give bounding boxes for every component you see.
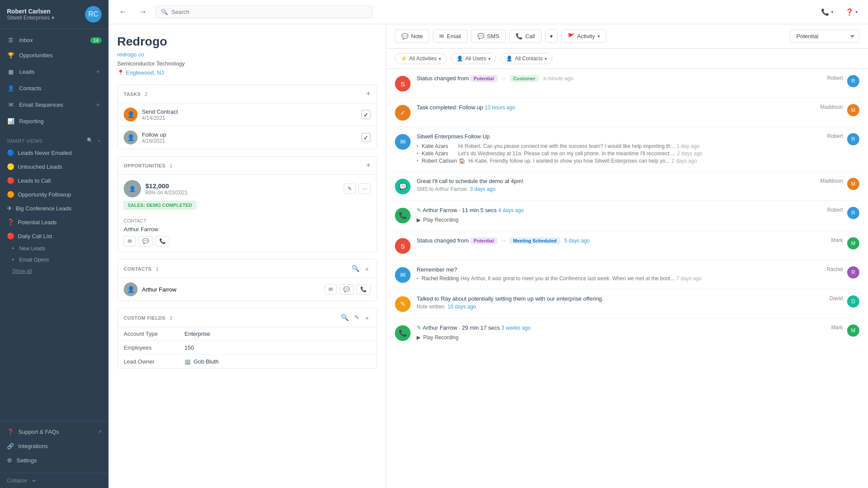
smart-view-potential-leads[interactable]: ❓ Potential Leads [0,215,108,229]
contact-email-btn[interactable]: ✉ [325,284,337,295]
call-button[interactable]: 📞 Call [509,29,541,43]
help-button[interactable]: ❓ ▾ [842,7,861,18]
sub-item-email-opens[interactable]: Email Opens [0,254,108,265]
filter-icon: ⚡ [401,56,407,62]
footer-item-settings[interactable]: ⚙ Settings [0,453,108,468]
lead-owner-avatar-icon: 🏢 [184,359,191,365]
act-avatar-rachel: R [847,266,859,278]
right-panel: 💬 Note ✉ Email 💬 SMS 📞 Call ▾ 🚩 [386,24,868,488]
smart-view-untouched-leads[interactable]: 🟡 Untouched Leads [0,160,108,174]
sms-meta: SMS to Arthur Farrow 3 days ago [417,186,814,192]
play-recording-1[interactable]: ▶ Play Recording [417,215,821,225]
smart-views-search-icon[interactable]: 🔍 [87,138,93,144]
activity-item-call-1: 📞 ✎ Arthur Farrow · 11 min 5 secs 4 days… [395,201,859,231]
integrations-icon: 🔗 [7,443,14,449]
tasks-section: TASKS 2 + 👤 Send Contract 4/14/2021 ✓ 👤 [117,85,377,149]
company-url[interactable]: redrogo.co [117,51,377,58]
email-sequences-add-icon[interactable]: ＋ [95,100,102,109]
custom-fields-title: CUSTOM FIELDS [124,315,165,321]
play-recording-2[interactable]: ▶ Play Recording [417,333,825,342]
activity-button[interactable]: 🚩 Activity ▾ [561,29,606,43]
custom-fields-search-button[interactable]: 🔍 [339,313,351,322]
contact-fullname: Arthur Farrow [142,286,320,293]
contacts-search-button[interactable]: 🔍 [350,264,362,273]
leads-add-icon[interactable]: ＋ [95,67,102,76]
activity-item-note: ✎ Talked to Ray about potentially settin… [395,289,859,318]
task-check-0[interactable]: ✓ [361,110,371,119]
task-check-1[interactable]: ✓ [361,133,371,142]
all-contacts-filter[interactable]: 👤 All Contacts ▾ [500,53,552,64]
contact-phone-btn[interactable]: 📞 [356,284,371,295]
bullet-icon: • [417,143,418,148]
smart-views-add-icon[interactable]: ＋ [97,138,102,144]
sidebar-item-inbox[interactable]: ☰ Inbox 14 [0,33,108,48]
footer-item-integrations[interactable]: 🔗 Integrations [0,439,108,453]
all-users-filter[interactable]: 👤 All Users ▾ [451,53,496,64]
collapse-button[interactable]: Collapse ⇤ [0,473,108,488]
tasks-title: TASKS [124,92,141,97]
back-button[interactable]: ← [115,6,130,18]
company-name: Redrogo [117,35,377,49]
smart-view-leads-never-emailed[interactable]: 🔵 Leads Never Emailed [0,146,108,160]
location-icon: 📍 [117,69,124,76]
status-select[interactable]: Potential Customer Meeting Scheduled Bad… [790,29,859,43]
sidebar-item-leads[interactable]: ▦ Leads ＋ [0,63,108,81]
custom-fields-add-button[interactable]: + [363,313,371,322]
smart-view-big-conference-leads[interactable]: ✈ Big Conference Leads [0,201,108,215]
all-activities-filter[interactable]: ⚡ All Activities ▾ [395,53,447,64]
phone-button[interactable]: 📞 ▾ [818,7,837,18]
sms-button[interactable]: 💬 SMS [471,29,506,43]
smart-view-daily-call-list[interactable]: 🔴 Daily Call List [0,229,108,243]
contacts-add-button[interactable]: + [363,264,371,273]
act-avatar-david: D [847,295,859,308]
note-text: Talked to Ray about potentially setting … [417,295,823,302]
support-external-icon: ↗ [98,429,102,435]
email-subject: Sitwell Enterprises Follow Up [417,133,821,140]
sidebar-item-contacts[interactable]: 👤 Contacts [0,81,108,96]
to-status-badge: Customer [510,75,539,82]
more-button[interactable]: ▾ [545,29,558,43]
email-subject-2: Remember me? [417,266,821,273]
smart-view-opportunity-followup[interactable]: 🟠 Opportunity Followup [0,187,108,201]
note-button[interactable]: 💬 Note [395,29,429,43]
custom-fields-section: CUSTOM FIELDS 3 🔍 ✎ + Account Type Enter… [117,308,377,369]
act-avatar-maddison-2: M [847,178,859,190]
task-date-0: 4/14/2021 [142,115,357,121]
custom-fields-section-header: CUSTOM FIELDS 3 🔍 ✎ + [118,308,377,327]
task-complete-icon: ✓ [395,105,411,121]
settings-icon: ⚙ [7,457,12,464]
contacts-section-header: CONTACTS 1 🔍 + [118,259,377,278]
to-status-badge-2: Meeting Scheduled [510,237,560,244]
contact-sms-btn[interactable]: 💬 [339,284,354,295]
tasks-add-button[interactable]: + [366,89,371,98]
opp-more-button[interactable]: ··· [358,183,371,194]
users-chevron-icon: ▾ [488,56,490,61]
contact-chat-button[interactable]: 💬 [138,236,153,246]
leads-to-call-icon: 🔴 [7,177,14,184]
contacts-count: 1 [156,266,158,272]
act-avatar-robert-2: R [847,133,859,145]
task-avatar-0: 👤 [124,108,138,121]
reporting-icon: 📊 [7,118,15,124]
show-all-link[interactable]: Show all [0,265,108,277]
opportunities-add-button[interactable]: + [366,161,371,170]
custom-field-account-type: Account Type Enterprise [118,327,377,341]
custom-fields-edit-button[interactable]: ✎ [352,313,362,322]
user-filter-icon: 👤 [457,56,463,62]
search-input[interactable] [171,9,367,15]
sidebar-item-opportunities[interactable]: 🏆 Opportunities [0,48,108,63]
opp-edit-button[interactable]: ✎ [344,183,356,194]
footer-item-support[interactable]: ❓ Support & FAQs ↗ [0,425,108,439]
sub-item-new-leads[interactable]: New Leads [0,243,108,254]
forward-button[interactable]: → [135,6,150,18]
sidebar-item-reporting[interactable]: 📊 Reporting [0,114,108,129]
email-icon-2: ✉ [395,267,411,283]
untouched-leads-icon: 🟡 [7,163,14,170]
contact-phone-button[interactable]: 📞 [155,236,170,246]
opportunities-count: 1 [170,163,172,168]
smart-view-leads-to-call[interactable]: 🔴 Leads to Call [0,174,108,187]
sidebar-item-email-sequences[interactable]: ✉ Email Sequences ＋ [0,96,108,114]
sms-icon: 💬 [477,33,484,39]
contact-email-button[interactable]: ✉ [124,236,136,246]
email-button[interactable]: ✉ Email [433,29,467,43]
